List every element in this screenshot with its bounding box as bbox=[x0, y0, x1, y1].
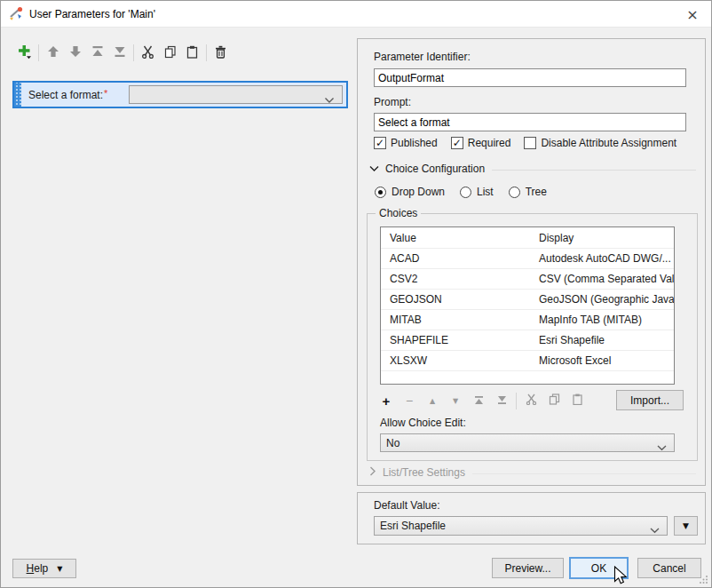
published-checkbox[interactable]: ✓ Published bbox=[374, 137, 438, 149]
list-tree-settings-header[interactable]: List/Tree Settings bbox=[369, 466, 696, 479]
checkbox-icon: ✓ bbox=[374, 137, 386, 149]
move-to-top-button[interactable] bbox=[86, 42, 108, 64]
radio-label: Tree bbox=[526, 186, 547, 198]
radio-tree[interactable]: Tree bbox=[509, 186, 547, 198]
prompt-input[interactable] bbox=[374, 113, 686, 131]
move-to-bottom-button[interactable] bbox=[108, 42, 131, 64]
paste-icon bbox=[186, 45, 199, 61]
parameter-details-panel: Parameter Identifier: Prompt: ✓ Publishe… bbox=[357, 38, 706, 486]
add-icon bbox=[17, 44, 32, 62]
move-to-bottom-icon bbox=[497, 394, 507, 408]
remove-choice-button[interactable]: − bbox=[398, 391, 421, 410]
chevron-expanded-icon bbox=[369, 163, 379, 175]
choice-display: GeoJSON (Geographic Java... bbox=[530, 293, 674, 306]
section-title: Choice Configuration bbox=[385, 163, 485, 175]
move-up-icon bbox=[47, 45, 59, 60]
choice-display: CSV (Comma Separated Val... bbox=[530, 273, 674, 285]
close-icon: × bbox=[686, 6, 698, 23]
cut-icon bbox=[526, 393, 537, 408]
move-down-icon bbox=[69, 45, 82, 60]
choice-value: MITAB bbox=[381, 314, 530, 326]
copy-icon bbox=[163, 45, 177, 61]
choice-row[interactable]: ACAD Autodesk AutoCAD DWG/... bbox=[381, 249, 674, 269]
add-parameter-button[interactable] bbox=[13, 42, 36, 64]
checkbox-label: Required bbox=[468, 137, 511, 149]
allow-choice-edit-label: Allow Choice Edit: bbox=[380, 417, 466, 429]
toolbar-separator bbox=[133, 44, 134, 61]
checkbox-icon: ✓ bbox=[451, 137, 463, 149]
choices-group-title: Choices bbox=[376, 207, 421, 219]
choice-row[interactable]: CSV2 CSV (Comma Separated Val... bbox=[381, 269, 674, 290]
choices-table[interactable]: Value Display ACAD Autodesk AutoCAD DWG/… bbox=[380, 226, 675, 385]
toolbar-separator bbox=[206, 44, 207, 61]
cut-icon bbox=[141, 45, 154, 61]
choices-table-header: Value Display bbox=[381, 227, 674, 249]
checkbox-label: Disable Attribute Assignment bbox=[541, 137, 676, 149]
column-header-display: Display bbox=[530, 232, 674, 244]
choice-move-to-top-button[interactable] bbox=[467, 391, 490, 410]
menu-arrow-icon: ▼ bbox=[57, 565, 62, 573]
choice-row[interactable]: SHAPEFILE Esri Shapefile bbox=[381, 330, 674, 351]
choice-move-up-button[interactable]: ▲ bbox=[421, 391, 444, 410]
choice-display: Autodesk AutoCAD DWG/... bbox=[530, 252, 674, 265]
move-up-button[interactable] bbox=[42, 42, 64, 64]
choice-row[interactable]: GEOJSON GeoJSON (Geographic Java... bbox=[381, 290, 674, 310]
choices-groupbox: Choices Value Display ACAD Autodesk Auto… bbox=[367, 213, 698, 461]
checkbox-label: Published bbox=[391, 137, 438, 149]
cancel-button[interactable]: Cancel bbox=[637, 558, 701, 578]
import-button[interactable]: Import... bbox=[616, 390, 684, 410]
move-to-top-icon bbox=[91, 45, 104, 60]
choice-configuration-header[interactable]: Choice Configuration bbox=[369, 163, 696, 175]
titlebar: User Parameters for 'Main' × bbox=[1, 1, 711, 28]
copy-button[interactable] bbox=[159, 42, 181, 64]
prompt-label: Prompt: bbox=[374, 96, 411, 108]
drag-handle[interactable] bbox=[14, 83, 21, 107]
user-parameters-dialog: User Parameters for 'Main' × bbox=[0, 0, 712, 588]
paste-button[interactable] bbox=[181, 42, 203, 64]
choice-row[interactable]: MITAB MapInfo TAB (MITAB) bbox=[381, 310, 674, 330]
identifier-input[interactable] bbox=[374, 68, 686, 87]
close-button[interactable]: × bbox=[674, 1, 711, 28]
radio-label: Drop Down bbox=[392, 186, 445, 198]
default-value-label: Default Value: bbox=[374, 499, 440, 512]
choice-type-radios: Drop Down List Tree bbox=[375, 186, 547, 198]
choice-paste-button[interactable] bbox=[566, 391, 589, 410]
choice-display: Microsoft Excel bbox=[530, 354, 674, 367]
chevron-down-icon bbox=[657, 441, 667, 454]
format-dropdown[interactable] bbox=[129, 85, 343, 104]
radio-list[interactable]: List bbox=[460, 186, 494, 198]
ok-button[interactable]: OK bbox=[569, 557, 629, 579]
choice-move-to-bottom-button[interactable] bbox=[490, 391, 513, 410]
cut-button[interactable] bbox=[137, 42, 159, 64]
default-value-menu-button[interactable]: ▼ bbox=[674, 516, 698, 536]
choice-display: Esri Shapefile bbox=[530, 334, 674, 346]
preview-button[interactable]: Preview... bbox=[492, 558, 564, 578]
resize-grip[interactable] bbox=[699, 575, 708, 584]
disable-attribute-assignment-checkbox[interactable]: Disable Attribute Assignment bbox=[524, 137, 676, 149]
identifier-label: Parameter Identifier: bbox=[374, 51, 471, 63]
choice-value: GEOJSON bbox=[381, 293, 530, 306]
choices-toolbar: + − ▲ ▼ bbox=[375, 390, 684, 411]
paste-icon bbox=[572, 393, 583, 408]
help-button[interactable]: Help ▼ bbox=[12, 559, 76, 578]
add-choice-button[interactable]: + bbox=[375, 391, 398, 410]
column-header-value: Value bbox=[381, 232, 530, 244]
radio-icon bbox=[509, 187, 520, 198]
choice-value: SHAPEFILE bbox=[381, 334, 530, 346]
radio-drop-down[interactable]: Drop Down bbox=[375, 186, 445, 198]
choice-copy-button[interactable] bbox=[542, 391, 566, 410]
default-value-dropdown[interactable]: Esri Shapefile bbox=[374, 516, 668, 536]
move-down-button[interactable] bbox=[64, 42, 86, 64]
toolbar-separator bbox=[516, 393, 517, 409]
chevron-down-icon bbox=[324, 94, 335, 107]
choice-display: MapInfo TAB (MITAB) bbox=[530, 314, 674, 326]
choice-row[interactable]: XLSXW Microsoft Excel bbox=[381, 351, 674, 371]
required-checkbox[interactable]: ✓ Required bbox=[451, 137, 511, 149]
chevron-down-icon bbox=[650, 524, 660, 536]
allow-choice-edit-dropdown[interactable]: No bbox=[380, 433, 675, 452]
delete-button[interactable] bbox=[210, 42, 232, 64]
chevron-right-icon bbox=[369, 466, 376, 479]
parameter-row-output-format[interactable]: Select a format:* bbox=[12, 81, 348, 108]
choice-move-down-button[interactable]: ▼ bbox=[444, 391, 467, 410]
choice-cut-button[interactable] bbox=[519, 391, 542, 410]
